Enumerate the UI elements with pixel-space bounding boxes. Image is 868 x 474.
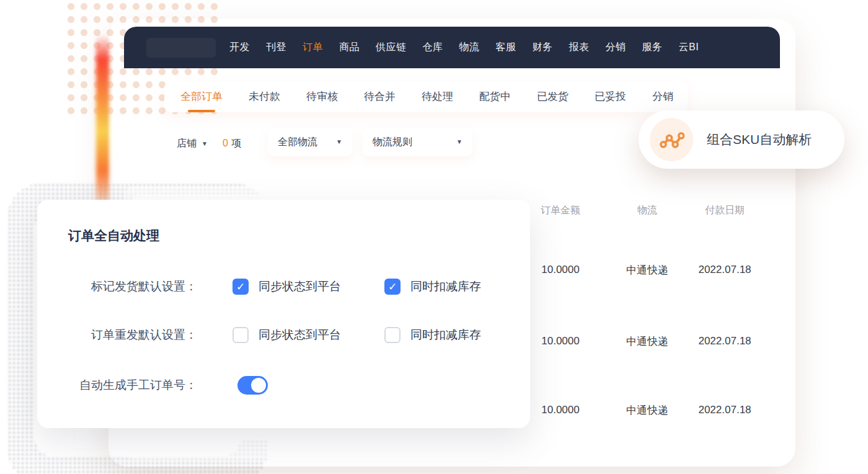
cell-order-amount: 10.0000 <box>529 404 591 416</box>
mark-shipment-label: 标记发货默认设置： <box>37 279 197 295</box>
cell-payment-date: 2022.07.18 <box>684 335 765 347</box>
top-navigation: 开发 刊登 订单 商品 供应链 仓库 物流 客服 财务 报表 分销 服务 云BI <box>124 27 780 68</box>
nav-items: 开发 刊登 订单 商品 供应链 仓库 物流 客服 财务 报表 分销 服务 云BI <box>229 41 699 54</box>
cell-payment-date: 2022.07.18 <box>684 404 765 416</box>
column-header-order-amount: 订单金额 <box>529 204 591 217</box>
nav-item-service[interactable]: 客服 <box>496 41 516 54</box>
cell-logistics: 中通快递 <box>610 263 684 277</box>
shop-filter-label: 店铺 <box>177 137 197 150</box>
tab-to-process[interactable]: 待处理 <box>422 87 453 105</box>
column-header-logistics: 物流 <box>610 204 684 217</box>
auto-generate-order-number-row: 自动生成手工订单号： <box>37 376 268 395</box>
nav-item-products[interactable]: 商品 <box>339 41 360 54</box>
chevron-down-icon: ▼ <box>456 139 463 145</box>
cell-payment-date: 2022.07.18 <box>684 264 765 276</box>
checkbox-sync-status-unchecked[interactable] <box>232 327 249 343</box>
order-resend-label: 订单重发默认设置： <box>37 327 197 343</box>
tab-distribution[interactable]: 分销 <box>652 87 673 105</box>
flame-gradient-decoration <box>96 35 109 213</box>
deduct-stock-label[interactable]: 同时扣减库存 <box>410 327 481 343</box>
combo-sku-auto-parse-pill[interactable]: 组合SKU自动解析 <box>639 110 844 169</box>
nav-item-reports[interactable]: 报表 <box>569 41 590 54</box>
mark-shipment-settings-row: 标记发货默认设置： ✓ 同步状态到平台 ✓ 同时扣减库存 <box>37 277 481 296</box>
nav-item-supply-chain[interactable]: 供应链 <box>376 41 407 54</box>
checkbox-deduct-stock-checked[interactable]: ✓ <box>384 279 401 295</box>
screenshot-stage: 开发 刊登 订单 商品 供应链 仓库 物流 客服 财务 报表 分销 服务 云BI… <box>0 0 868 474</box>
logistics-filter-dropdown[interactable]: 全部物流 ▼ <box>268 128 352 156</box>
tab-pending-review[interactable]: 待审核 <box>306 87 338 105</box>
chevron-down-icon: ▼ <box>202 141 208 147</box>
nav-item-logistics[interactable]: 物流 <box>459 41 480 54</box>
logo-placeholder <box>146 38 216 58</box>
tab-unpaid[interactable]: 未付款 <box>249 87 280 105</box>
sync-status-label[interactable]: 同步状态到平台 <box>259 327 341 343</box>
pill-label: 组合SKU自动解析 <box>707 131 812 148</box>
cell-logistics: 中通快递 <box>610 334 684 349</box>
auto-generate-toggle-on[interactable] <box>237 376 268 395</box>
tab-all-orders-label: 全部订单 <box>180 91 223 102</box>
nav-item-warehouse[interactable]: 仓库 <box>423 41 443 54</box>
cell-order-amount: 10.0000 <box>529 264 591 276</box>
logistics-filter-label: 全部物流 <box>278 136 317 149</box>
shop-count-unit: 项 <box>231 138 241 148</box>
toggle-knob <box>251 378 266 393</box>
nav-item-listing[interactable]: 刊登 <box>266 41 286 54</box>
nav-item-finance[interactable]: 财务 <box>533 41 553 54</box>
auto-generate-label: 自动生成手工订单号： <box>37 377 197 393</box>
modal-title: 订单全自动处理 <box>68 227 159 244</box>
share-nodes-icon <box>658 127 684 153</box>
active-tab-underline <box>188 110 215 112</box>
cell-order-amount: 10.0000 <box>529 335 591 347</box>
order-tabs: 全部订单 未付款 待审核 待合并 待处理 配货中 已发货 已妥投 分销 <box>164 81 688 112</box>
logistics-rule-dropdown[interactable]: 物流规则 ▼ <box>363 128 472 156</box>
nav-item-services[interactable]: 服务 <box>642 41 663 54</box>
chevron-down-icon: ▼ <box>336 139 342 145</box>
column-header-payment-date: 付款日期 <box>684 204 765 217</box>
order-resend-settings-row: 订单重发默认设置： 同步状态到平台 同时扣减库存 <box>37 326 481 344</box>
shop-count-value: 0 <box>223 138 228 148</box>
tab-delivered[interactable]: 已妥投 <box>595 87 626 105</box>
logistics-rule-label: 物流规则 <box>373 136 412 149</box>
nav-item-cloud-bi[interactable]: 云BI <box>679 41 699 54</box>
nav-item-develop[interactable]: 开发 <box>229 41 250 54</box>
order-auto-process-modal: 订单全自动处理 标记发货默认设置： ✓ 同步状态到平台 ✓ 同时扣减库存 订单重… <box>37 200 530 428</box>
nav-item-orders[interactable]: 订单 <box>303 41 323 54</box>
nav-item-distribution[interactable]: 分销 <box>606 41 626 54</box>
tab-to-merge[interactable]: 待合并 <box>364 87 396 105</box>
shop-selected-count: 0项 <box>223 137 241 150</box>
cell-logistics: 中通快递 <box>610 403 684 418</box>
tab-shipped[interactable]: 已发货 <box>537 87 569 105</box>
pill-icon-circle <box>650 118 693 161</box>
checkbox-deduct-stock-unchecked[interactable] <box>384 327 401 343</box>
tab-all-orders[interactable]: 全部订单 <box>180 87 223 105</box>
tab-allocating[interactable]: 配货中 <box>479 87 511 105</box>
shop-filter-dropdown[interactable]: 店铺 ▼ <box>177 137 208 150</box>
deduct-stock-label[interactable]: 同时扣减库存 <box>410 279 481 295</box>
sync-status-label[interactable]: 同步状态到平台 <box>259 279 341 295</box>
checkbox-sync-status-checked[interactable]: ✓ <box>232 279 249 295</box>
